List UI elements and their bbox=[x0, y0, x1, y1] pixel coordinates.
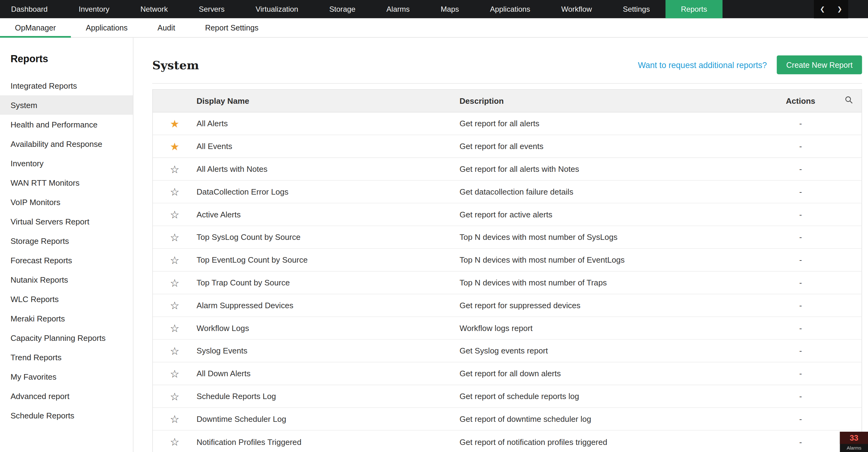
top-nav-item-storage[interactable]: Storage bbox=[314, 0, 371, 18]
favorite-star-outline-icon[interactable]: ☆ bbox=[170, 209, 180, 220]
top-nav-item-servers[interactable]: Servers bbox=[183, 0, 240, 18]
sub-nav: OpManagerApplicationsAuditReport Setting… bbox=[0, 18, 868, 37]
sidebar-item-nutanix-reports[interactable]: Nutanix Reports bbox=[0, 270, 133, 289]
table-row: ☆Schedule Reports LogGet report of sched… bbox=[153, 385, 862, 408]
report-name-link[interactable]: Active Alerts bbox=[196, 210, 460, 219]
favorite-star-outline-icon[interactable]: ☆ bbox=[170, 391, 180, 401]
top-nav-item-virtualization[interactable]: Virtualization bbox=[240, 0, 313, 18]
table-row: ☆Downtime Scheduler LogGet report of dow… bbox=[153, 408, 862, 431]
column-header-actions[interactable]: Actions bbox=[765, 96, 837, 105]
report-name-link[interactable]: All Events bbox=[196, 142, 460, 151]
favorite-star-outline-icon[interactable]: ☆ bbox=[170, 414, 180, 424]
sidebar-item-meraki-reports[interactable]: Meraki Reports bbox=[0, 309, 133, 328]
sub-nav-item-applications[interactable]: Applications bbox=[71, 18, 143, 37]
report-description: Get report of schedule reports log bbox=[460, 392, 765, 401]
table-row: ☆All Alerts with NotesGet report for all… bbox=[153, 158, 862, 181]
favorite-star-outline-icon[interactable]: ☆ bbox=[170, 436, 180, 447]
sidebar-item-inventory[interactable]: Inventory bbox=[0, 153, 133, 173]
sidebar-item-capacity-planning-reports[interactable]: Capacity Planning Reports bbox=[0, 328, 133, 348]
favorite-star-outline-icon[interactable]: ☆ bbox=[170, 164, 180, 174]
sidebar-item-health-and-performance[interactable]: Health and Performance bbox=[0, 115, 133, 134]
sidebar-item-my-favorites[interactable]: My Favorites bbox=[0, 367, 133, 387]
sidebar-item-wlc-reports[interactable]: WLC Reports bbox=[0, 289, 133, 309]
report-name-link[interactable]: Top Trap Count by Source bbox=[196, 278, 460, 287]
top-nav-item-workflow[interactable]: Workflow bbox=[546, 0, 607, 18]
report-name-link[interactable]: Notification Profiles Triggered bbox=[196, 437, 460, 447]
sidebar-item-trend-reports[interactable]: Trend Reports bbox=[0, 348, 133, 367]
opmanager-reports-page: DashboardInventoryNetworkServersVirtuali… bbox=[0, 0, 868, 452]
report-name-link[interactable]: All Alerts with Notes bbox=[196, 165, 460, 174]
report-name-link[interactable]: Top SysLog Count by Source bbox=[196, 233, 460, 242]
top-nav-item-alarms[interactable]: Alarms bbox=[371, 0, 425, 18]
sidebar-item-availability-and-response[interactable]: Availability and Response bbox=[0, 134, 133, 153]
report-description: Top N devices with most number of Traps bbox=[460, 278, 765, 287]
page-title: System bbox=[152, 58, 199, 72]
sub-nav-item-report-settings[interactable]: Report Settings bbox=[190, 18, 274, 37]
sidebar: Reports Integrated ReportsSystemHealth a… bbox=[0, 37, 133, 452]
top-nav-item-dashboard[interactable]: Dashboard bbox=[0, 0, 63, 18]
top-nav-item-reports[interactable]: Reports bbox=[665, 0, 722, 18]
sidebar-item-integrated-reports[interactable]: Integrated Reports bbox=[0, 76, 133, 95]
favorite-star-outline-icon[interactable]: ☆ bbox=[170, 345, 180, 356]
favorite-star-outline-icon[interactable]: ☆ bbox=[170, 300, 180, 311]
top-nav-item-network[interactable]: Network bbox=[125, 0, 183, 18]
favorite-star-outline-icon[interactable]: ☆ bbox=[170, 187, 180, 197]
report-name-link[interactable]: All Down Alerts bbox=[196, 369, 460, 378]
favorite-star-filled-icon[interactable]: ★ bbox=[170, 118, 180, 129]
column-header-description[interactable]: Description bbox=[460, 96, 765, 105]
table-row: ☆Active AlertsGet report for active aler… bbox=[153, 203, 862, 226]
table-row: ☆Notification Profiles TriggeredGet repo… bbox=[153, 431, 862, 452]
column-header-display-name[interactable]: Display Name bbox=[196, 96, 460, 105]
sidebar-item-wan-rtt-monitors[interactable]: WAN RTT Monitors bbox=[0, 173, 133, 193]
report-name-link[interactable]: Top EventLog Count by Source bbox=[196, 256, 460, 264]
top-nav-item-inventory[interactable]: Inventory bbox=[63, 0, 125, 18]
sub-nav-item-opmanager[interactable]: OpManager bbox=[0, 18, 71, 37]
nav-forward-icon[interactable]: ❯ bbox=[831, 0, 848, 18]
favorite-star-filled-icon[interactable]: ★ bbox=[170, 141, 180, 151]
favorite-cell: ☆ bbox=[153, 209, 196, 220]
request-reports-link[interactable]: Want to request additional reports? bbox=[638, 60, 767, 69]
report-actions-value: - bbox=[765, 278, 837, 287]
report-name-link[interactable]: Alarm Suppressed Devices bbox=[196, 301, 460, 310]
report-description: Get datacollection failure details bbox=[460, 187, 765, 196]
report-name-link[interactable]: Downtime Scheduler Log bbox=[196, 415, 460, 423]
favorite-star-outline-icon[interactable]: ☆ bbox=[170, 232, 180, 242]
alarms-label: Alarms bbox=[840, 444, 868, 452]
table-row: ☆All Down AlertsGet report for all down … bbox=[153, 362, 862, 385]
report-name-link[interactable]: Schedule Reports Log bbox=[196, 392, 460, 401]
favorite-cell: ☆ bbox=[153, 255, 196, 265]
favorite-star-outline-icon[interactable]: ☆ bbox=[170, 277, 180, 288]
sidebar-item-system[interactable]: System bbox=[0, 95, 133, 115]
nav-back-icon[interactable]: ❮ bbox=[814, 0, 831, 18]
sidebar-item-voip-monitors[interactable]: VoIP Monitors bbox=[0, 193, 133, 212]
report-name-link[interactable]: Workflow Logs bbox=[196, 323, 460, 333]
sidebar-item-schedule-reports[interactable]: Schedule Reports bbox=[0, 406, 133, 425]
alarms-count-badge: 33 bbox=[840, 432, 868, 444]
search-icon[interactable] bbox=[845, 96, 853, 104]
sidebar-item-storage-reports[interactable]: Storage Reports bbox=[0, 231, 133, 251]
report-actions-value: - bbox=[765, 119, 837, 128]
create-new-report-button[interactable]: Create New Report bbox=[777, 55, 862, 74]
favorite-cell: ☆ bbox=[153, 345, 196, 356]
table-row: ★All EventsGet report for all events- bbox=[153, 135, 862, 158]
main-content: System Want to request additional report… bbox=[133, 37, 868, 452]
report-actions-value: - bbox=[765, 301, 837, 310]
alarms-widget[interactable]: 33 Alarms bbox=[840, 432, 868, 452]
table-row: ☆Top SysLog Count by SourceTop N devices… bbox=[153, 226, 862, 249]
favorite-star-outline-icon[interactable]: ☆ bbox=[170, 368, 180, 379]
sub-nav-item-audit[interactable]: Audit bbox=[143, 18, 190, 37]
report-actions-value: - bbox=[765, 369, 837, 378]
report-name-link[interactable]: Syslog Events bbox=[196, 346, 460, 355]
top-nav-item-applications[interactable]: Applications bbox=[474, 0, 546, 18]
top-nav-item-settings[interactable]: Settings bbox=[608, 0, 665, 18]
sidebar-item-advanced-report[interactable]: Advanced report bbox=[0, 387, 133, 406]
report-name-link[interactable]: All Alerts bbox=[196, 119, 460, 128]
report-description: Get report for suppressed devices bbox=[460, 301, 765, 310]
sidebar-item-forecast-reports[interactable]: Forecast Reports bbox=[0, 251, 133, 270]
sidebar-item-virtual-servers-report[interactable]: Virtual Servers Report bbox=[0, 212, 133, 231]
favorite-cell: ☆ bbox=[153, 300, 196, 311]
favorite-star-outline-icon[interactable]: ☆ bbox=[170, 255, 180, 265]
top-nav-item-maps[interactable]: Maps bbox=[425, 0, 474, 18]
favorite-star-outline-icon[interactable]: ☆ bbox=[170, 323, 180, 334]
report-name-link[interactable]: DataCollection Error Logs bbox=[196, 187, 460, 196]
